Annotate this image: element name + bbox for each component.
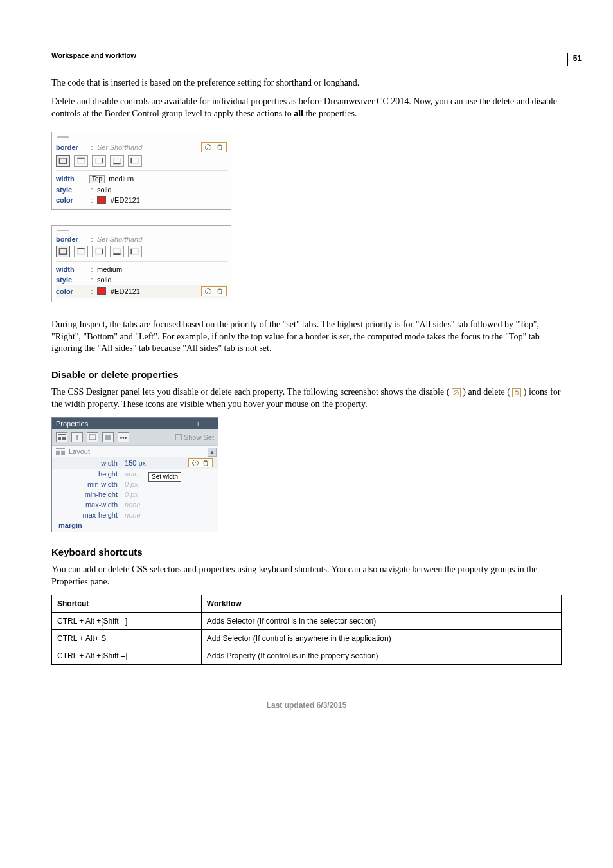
- prop-name-maxheight: max-height: [70, 511, 118, 519]
- heading-keyboard-shortcuts: Keyboard shortcuts: [51, 547, 562, 557]
- group-disable-delete[interactable]: [201, 142, 227, 152]
- svg-rect-30: [56, 451, 60, 455]
- svg-rect-11: [59, 248, 66, 253]
- svg-rect-26: [62, 437, 66, 440]
- para4-b: ) and delete (: [463, 387, 510, 397]
- style-value[interactable]: solid: [97, 186, 112, 194]
- prop-value-height[interactable]: auto: [125, 470, 138, 478]
- prop-name-width: width: [70, 459, 118, 467]
- color-label-2: color: [56, 287, 87, 295]
- prop-row-minwidth[interactable]: min-width : 0 px: [52, 479, 218, 489]
- prop-value-maxheight[interactable]: none: [125, 511, 140, 519]
- para2-b: the properties.: [303, 109, 357, 118]
- svg-rect-14: [95, 248, 102, 253]
- border-right-tab-2[interactable]: [92, 246, 106, 257]
- border-bottom-tab-2[interactable]: [110, 246, 124, 257]
- border-label-2: border: [56, 235, 87, 243]
- top-badge: Top: [89, 175, 105, 183]
- delete-icon[interactable]: [202, 459, 209, 467]
- th-shortcut: Shortcut: [52, 595, 202, 612]
- figure-properties-panel: Properties + − T ••• Show Set ▲ Layout w…: [51, 417, 218, 532]
- panel-grip-icon: [57, 230, 69, 231]
- cell-shortcut: CTRL + Alt+ S: [52, 629, 202, 647]
- cell-workflow: Add Selector (If control is anywhere in …: [201, 629, 561, 647]
- show-set-checkbox[interactable]: [175, 434, 182, 440]
- set-shorthand-field-2[interactable]: Set Shorthand: [97, 235, 142, 243]
- figure-border-group-controls: border : Set Shorthand width Top medium …: [51, 132, 231, 210]
- prop-row-maxwidth[interactable]: max-width : none: [52, 500, 218, 510]
- inline-disable-icon: [452, 388, 461, 397]
- svg-rect-3: [77, 158, 84, 163]
- cell-workflow: Adds Property (If control is in the prop…: [201, 647, 561, 664]
- para-inspect-priority: During Inspect, the tabs are focused bas…: [51, 319, 562, 356]
- border-all-sides-tab[interactable]: [56, 155, 70, 167]
- background-tab-icon[interactable]: [102, 432, 114, 442]
- svg-rect-31: [61, 451, 65, 455]
- scroll-up-button[interactable]: ▲: [208, 448, 217, 457]
- color-label: color: [56, 196, 87, 204]
- svg-rect-5: [95, 158, 102, 163]
- prop-value-width[interactable]: 150 px: [125, 459, 146, 467]
- svg-line-1: [206, 145, 210, 149]
- prop-row-maxheight[interactable]: max-height : none: [52, 510, 218, 520]
- prop-name-height: height: [70, 470, 118, 478]
- color-value-2[interactable]: #ED2121: [111, 287, 140, 295]
- para2-bold: all: [294, 109, 303, 118]
- more-tab-icon[interactable]: •••: [118, 432, 129, 442]
- cell-workflow: Adds Selector (If control is in the sele…: [201, 612, 561, 629]
- prop-value-maxwidth[interactable]: none: [125, 501, 140, 509]
- heading-disable-delete: Disable or delete properties: [51, 369, 562, 380]
- para-delete-disable: Delete and disable controls are availabl…: [51, 96, 562, 120]
- table-row: CTRL + Alt+ S Add Selector (If control i…: [52, 629, 562, 647]
- border-right-tab[interactable]: [92, 155, 106, 167]
- disable-icon[interactable]: [204, 287, 212, 295]
- color-swatch-2[interactable]: [97, 287, 106, 295]
- color-value[interactable]: #ED2121: [111, 196, 140, 204]
- disable-icon[interactable]: [191, 459, 199, 467]
- svg-rect-2: [59, 158, 66, 163]
- border-tab-icon[interactable]: [87, 432, 98, 442]
- shortcuts-table: Shortcut Workflow CTRL + Alt +[Shift =] …: [51, 595, 562, 665]
- prop-row-minheight[interactable]: min-height : 0 px: [52, 489, 218, 500]
- prop-name-minwidth: min-width: [70, 480, 118, 488]
- border-top-tab[interactable]: [74, 155, 88, 167]
- width-hover-controls[interactable]: [188, 458, 213, 467]
- text-tab-icon[interactable]: T: [71, 432, 83, 442]
- border-top-tab-2[interactable]: [74, 246, 88, 257]
- style-value-2[interactable]: solid: [97, 276, 112, 284]
- delete-icon[interactable]: [216, 143, 224, 151]
- layout-tab-icon[interactable]: [56, 432, 67, 442]
- row-disable-delete[interactable]: [201, 286, 227, 296]
- inline-delete-icon: [512, 388, 521, 397]
- svg-rect-28: [105, 435, 111, 440]
- figure-border-row-controls: border : Set Shorthand width : medium st…: [51, 225, 231, 302]
- border-all-sides-tab-2[interactable]: [56, 246, 70, 257]
- set-shorthand-field[interactable]: Set Shorthand: [97, 143, 142, 151]
- prop-row-height[interactable]: height : auto: [52, 469, 218, 479]
- add-remove-icons[interactable]: + −: [196, 420, 214, 428]
- border-left-tab[interactable]: [128, 155, 142, 167]
- width-value[interactable]: medium: [109, 175, 134, 183]
- prop-row-width[interactable]: width : 150 px: [52, 457, 218, 469]
- svg-rect-27: [89, 435, 96, 440]
- border-bottom-tab[interactable]: [110, 155, 124, 167]
- svg-rect-9: [131, 158, 138, 163]
- disable-icon[interactable]: [204, 143, 212, 151]
- svg-line-33: [193, 461, 197, 465]
- set-width-tooltip: Set width: [148, 472, 181, 482]
- width-value-2[interactable]: medium: [97, 266, 122, 273]
- border-left-tab-2[interactable]: [128, 246, 142, 257]
- footer-last-updated: Last updated 6/3/2015: [51, 701, 562, 710]
- table-row: CTRL + Alt +[Shift =] Adds Property (If …: [52, 647, 562, 664]
- margin-section-label[interactable]: margin: [52, 520, 218, 532]
- prop-value-minheight[interactable]: 0 px: [125, 491, 138, 498]
- prop-value-minwidth[interactable]: 0 px: [125, 480, 138, 488]
- color-swatch[interactable]: [97, 196, 106, 204]
- prop-name-minheight: min-height: [70, 491, 118, 498]
- svg-rect-24: [58, 434, 66, 435]
- para4-a: The CSS Designer panel lets you disable …: [51, 387, 449, 397]
- th-workflow: Workflow: [201, 595, 561, 612]
- show-set-label: Show Set: [184, 433, 214, 441]
- page-number: 51: [567, 53, 587, 66]
- delete-icon[interactable]: [216, 287, 224, 295]
